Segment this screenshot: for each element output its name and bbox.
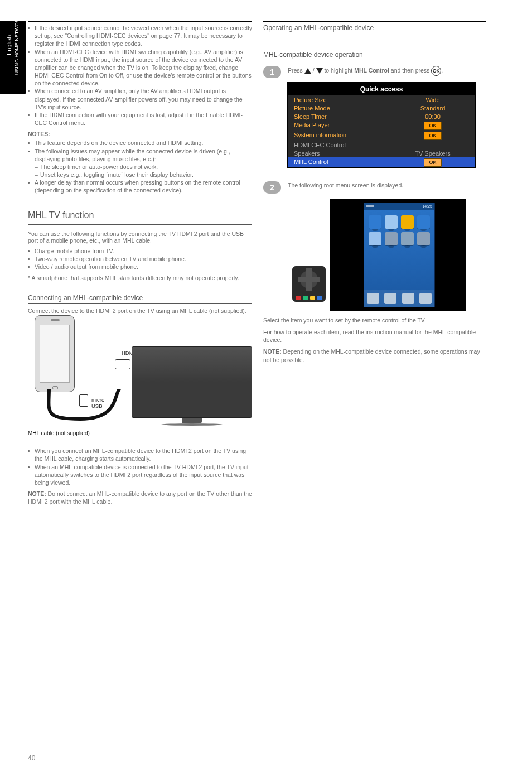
osd-key: Media Player xyxy=(294,122,396,130)
osd-row[interactable]: MHL ControlOK xyxy=(288,157,475,167)
osd-key: Sleep Timer xyxy=(294,113,396,120)
side-tab-line1: English xyxy=(6,35,12,55)
phone-dock-icon xyxy=(402,293,414,304)
remote-icon xyxy=(288,199,330,311)
list-item: •When connected to an AV amplifier, only… xyxy=(28,87,252,111)
step2-text: The following root menu screen is displa… xyxy=(288,181,486,190)
osd-value: Standard xyxy=(396,105,469,112)
phone-dock-icon xyxy=(367,293,379,304)
mhl-heading: MHL TV function xyxy=(28,210,252,220)
ok-chip: OK xyxy=(424,122,441,130)
list-item: •This feature depends on the device conn… xyxy=(28,139,252,147)
ok-chip: OK xyxy=(424,132,441,140)
mirrored-phone-figure: 14:25 xyxy=(288,199,486,311)
phone-dock-icon xyxy=(384,293,396,304)
app-tile-icon xyxy=(385,215,398,229)
osd-row[interactable]: Sleep Timer00:00 xyxy=(288,112,475,121)
step-badge-1: 1 xyxy=(263,66,281,78)
list-item: •Video / audio output from mobile phone. xyxy=(28,263,252,271)
app-tile-icon xyxy=(401,215,414,229)
right-tail: Select the item you want to set by the r… xyxy=(263,316,486,364)
right-sub-heading: MHL-compatible device operation xyxy=(263,51,486,61)
mhl-cable-icon xyxy=(41,389,122,429)
app-tile-icon xyxy=(369,232,381,245)
left-column: •If the desired input source cannot be v… xyxy=(28,21,252,509)
osd-row[interactable]: Media PlayerOK xyxy=(288,121,475,131)
step1-text: Press / to highlight MHL Control and the… xyxy=(288,66,486,76)
left-info-block: •If the desired input source cannot be v… xyxy=(28,24,252,195)
osd-value: TV Speakers xyxy=(396,150,469,157)
list-item: •When you connect an MHL-compatible devi… xyxy=(28,447,252,462)
side-tab: English USING HOME NETWORK xyxy=(0,21,26,94)
smartphone-icon xyxy=(35,315,75,392)
step-badge-2: 2 xyxy=(263,181,281,194)
mhl-intro: You can use the following functions by c… xyxy=(28,230,252,244)
list-item: •The following issues may appear while t… xyxy=(28,147,252,163)
osd-row[interactable]: System informationOK xyxy=(288,131,475,141)
app-tile-icon xyxy=(417,215,430,229)
step-2: 2 The following root menu screen is disp… xyxy=(263,181,486,194)
osd-value: Wide xyxy=(396,97,469,103)
phone-clock: 14:25 xyxy=(422,204,432,208)
osd-row[interactable]: HDMI CEC Control xyxy=(288,141,475,149)
connect-heading: Connecting an MHL-compatible device xyxy=(28,294,252,304)
osd-value: OK xyxy=(396,122,469,130)
up-arrow-icon xyxy=(304,68,311,74)
osd-key: System information xyxy=(294,132,396,140)
osd-key: HDMI CEC Control xyxy=(294,142,396,148)
list-item: •Two-way remote operation between TV and… xyxy=(28,255,252,263)
app-tile-icon xyxy=(385,232,398,245)
osd-value: OK xyxy=(396,158,469,167)
osd-value xyxy=(396,142,469,148)
app-tile-icon xyxy=(401,232,414,245)
ok-chip: OK xyxy=(424,158,441,167)
list-subitem: –The sleep timer or auto-power does not … xyxy=(28,163,252,171)
step-1: 1 Press / to highlight MHL Control and t… xyxy=(263,66,486,78)
osd-quick-access: Quick access Picture SizeWidePicture Mod… xyxy=(288,83,475,168)
osd-row[interactable]: Picture ModeStandard xyxy=(288,104,475,112)
right-column: Operating an MHL-compatible device MHL-c… xyxy=(263,21,486,367)
cable-note: MHL cable (not supplied) xyxy=(28,430,90,436)
connect-intro: Connect the device to the HDMI 2 port on… xyxy=(28,307,252,314)
notes-label: NOTES: xyxy=(28,131,50,137)
osd-value: OK xyxy=(396,132,469,140)
list-item: •If the desired input source cannot be v… xyxy=(28,24,252,48)
list-item: •A longer delay than normal occurs when … xyxy=(28,179,252,194)
mhl-footnote: * A smartphone that supports MHL standar… xyxy=(28,274,252,282)
mhl-diagram: HDMI 2 micro USB MHL cable (not supplied… xyxy=(28,319,252,430)
osd-key: Speakers xyxy=(294,150,396,157)
osd-key: MHL Control xyxy=(294,158,396,167)
tv-icon xyxy=(132,346,252,425)
right-section-heading: Operating an MHL-compatible device xyxy=(263,24,486,35)
app-tile-icon xyxy=(417,232,430,245)
osd-key: Picture Mode xyxy=(294,105,396,112)
side-tab-line2: USING HOME NETWORK xyxy=(14,21,20,81)
osd-value: 00:00 xyxy=(396,113,469,120)
tail-note: Depending on the MHL-compatible device c… xyxy=(263,348,480,363)
osd-row[interactable]: Picture SizeWide xyxy=(288,95,475,104)
osd-key: Picture Size xyxy=(294,97,396,103)
tail-note-label: NOTE: xyxy=(263,348,282,355)
page-number: 40 xyxy=(28,754,35,762)
phone-dock-icon xyxy=(419,293,432,304)
list-item: •Charge mobile phone from TV. xyxy=(28,247,252,255)
tv-mirror-icon: 14:25 xyxy=(330,199,466,311)
ok-icon: OK xyxy=(431,66,441,76)
list-subitem: –Unset keys e.g., toggling `mute` lose t… xyxy=(28,171,252,179)
app-tile-icon xyxy=(369,215,381,229)
down-arrow-icon xyxy=(316,68,323,74)
osd-row[interactable]: SpeakersTV Speakers xyxy=(288,149,475,157)
osd-title: Quick access xyxy=(288,83,475,95)
trailing-note: Do not connect an MHL-compatible device … xyxy=(28,490,252,505)
list-item: •If the HDMI connection with your equipm… xyxy=(28,111,252,127)
trailing-note-label: NOTE: xyxy=(28,490,46,497)
list-item: •When an MHL-compatible device is connec… xyxy=(28,463,252,487)
list-item: •When an HDMI-CEC device with HDMI switc… xyxy=(28,48,252,88)
